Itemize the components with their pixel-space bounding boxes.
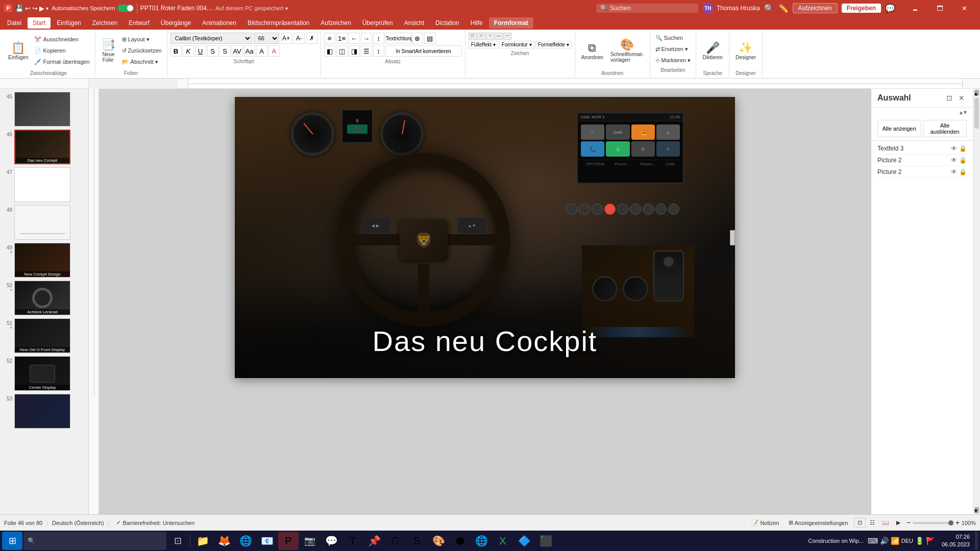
autosave-toggle-switch[interactable] xyxy=(117,5,134,12)
diktieren-button[interactable]: 🎤 Diktieren xyxy=(699,39,725,62)
shape-more[interactable]: ⋯ xyxy=(503,33,511,40)
slide-52[interactable]: 52 Center Display xyxy=(1,355,87,392)
flag-icon[interactable]: 🚩 xyxy=(926,537,935,545)
app-btn-12[interactable]: ⬛ xyxy=(535,532,556,550)
slide-45[interactable]: 45 xyxy=(1,91,87,128)
panel-close-btn[interactable]: ✕ xyxy=(957,93,967,103)
show-all-btn[interactable]: Alle anzeigen xyxy=(877,120,921,137)
menu-datei[interactable]: Datei xyxy=(2,17,27,29)
freigeben-button[interactable]: Freigeben xyxy=(842,4,881,13)
display-settings-btn[interactable]: ⊞ Anzeigeeinstellungen xyxy=(786,518,851,527)
char-space-btn[interactable]: AV xyxy=(232,45,243,57)
layout-button[interactable]: ⊞Layout ▾ xyxy=(120,34,164,44)
menu-uebergaenge[interactable]: Übergänge xyxy=(156,17,196,29)
menu-ueberpruefen[interactable]: Überprüfen xyxy=(357,17,398,29)
skype-btn[interactable]: S xyxy=(407,532,427,550)
kopieren-button[interactable]: 📄Kopieren xyxy=(32,45,91,56)
abschnitt-button[interactable]: 📂Abschnitt ▾ xyxy=(120,57,164,67)
neue-folie-button[interactable]: 📑 NeueFolie xyxy=(99,36,119,65)
visibility-icon-1[interactable]: 👁 xyxy=(951,157,957,164)
undo-icon[interactable]: ↩ xyxy=(25,5,31,12)
task-view-btn[interactable]: ⊡ xyxy=(167,532,188,550)
strikethrough-btn[interactable]: S xyxy=(207,45,218,57)
designer-button[interactable]: ✨ Designer xyxy=(732,39,759,62)
panel-item-picture2b[interactable]: Picture 2 👁 🔒 xyxy=(877,166,967,178)
ersetzen-button[interactable]: ⇄Ersetzen ▾ xyxy=(653,44,693,54)
normal-view-btn[interactable]: ⊡ xyxy=(854,518,866,528)
arrow-down-btn[interactable]: ▾ xyxy=(964,109,967,116)
app-btn-6[interactable]: 📌 xyxy=(364,532,384,550)
speaker-icon[interactable]: 🔊 xyxy=(880,537,889,545)
dropdown-icon[interactable]: ▾ xyxy=(46,6,48,11)
onenote-btn[interactable]: 🗒 xyxy=(385,532,406,550)
formeffekte-btn[interactable]: Formeffekte ▾ xyxy=(535,41,572,48)
browser-firefox-btn[interactable]: 🦊 xyxy=(214,532,234,550)
browser-chrome-btn[interactable]: 🌐 xyxy=(235,532,256,550)
align-left-btn[interactable]: ◧ xyxy=(324,45,335,57)
clock[interactable]: 07:26 06.05.2023 xyxy=(938,533,974,549)
search-taskbar-btn[interactable]: 🔍 xyxy=(23,532,166,550)
menu-aufzeichen[interactable]: Aufzeichen xyxy=(315,17,356,29)
presentation-icon[interactable]: ▶ xyxy=(39,5,44,12)
teams-btn[interactable]: T xyxy=(342,532,363,550)
schnellformat-button[interactable]: 🎨 Schnellformat-vorlagen xyxy=(607,36,646,65)
line-space-btn[interactable]: ↕ xyxy=(373,45,384,57)
camera-btn[interactable]: 📷 xyxy=(300,532,320,550)
notes-btn[interactable]: 📝 Notizen xyxy=(748,518,782,527)
mail-btn[interactable]: 📧 xyxy=(257,532,277,550)
slide-49[interactable]: 49* New Cockpit Design xyxy=(1,242,87,279)
list-num-btn[interactable]: 1≡ xyxy=(336,33,348,44)
comments-icon[interactable]: 💬 xyxy=(885,4,895,13)
bold-btn[interactable]: B xyxy=(170,45,182,57)
font-decrease-btn[interactable]: A- xyxy=(293,33,305,44)
clear-format-btn[interactable]: ✗ xyxy=(306,33,317,44)
menu-bildschirm[interactable]: Bildschirmpräsentation xyxy=(242,17,314,29)
visibility-icon-0[interactable]: 👁 xyxy=(951,145,957,152)
network-icon[interactable]: 📶 xyxy=(891,537,899,545)
shape-circle[interactable]: ○ xyxy=(477,33,485,40)
ausschneiden-button[interactable]: ✂️Ausschneiden xyxy=(32,34,91,44)
highlight-btn[interactable]: A xyxy=(256,45,267,57)
suchen-button[interactable]: 🔍Suchen xyxy=(653,33,693,43)
excel-btn[interactable]: X xyxy=(493,532,513,550)
panel-item-picture2a[interactable]: Picture 2 👁 🔒 xyxy=(877,155,967,166)
slide-50[interactable]: 50* Achteck Lenkrad xyxy=(1,280,87,316)
text-align-btn[interactable]: Textrichtung xyxy=(385,33,411,44)
menu-hilfe[interactable]: Hilfe xyxy=(465,17,488,29)
reading-view-btn[interactable]: 📖 xyxy=(879,518,892,528)
outline-view-btn[interactable]: ☷ xyxy=(867,518,878,528)
menu-dictation[interactable]: Dictation xyxy=(430,17,464,29)
keyboard-icon[interactable]: ⌨ xyxy=(868,537,878,545)
slideshow-view-btn[interactable]: ▶ xyxy=(893,518,903,528)
underline-btn[interactable]: U xyxy=(195,45,206,57)
restore-button[interactable]: 🗖 xyxy=(928,0,951,16)
markieren-button[interactable]: ⊹Markieren ▾ xyxy=(653,55,693,65)
menu-animationen[interactable]: Animationen xyxy=(197,17,241,29)
vertical-scrollbar[interactable]: ▴ ▾ xyxy=(973,89,980,514)
show-desktop-btn[interactable] xyxy=(975,532,978,550)
scroll-down-btn[interactable]: ▾ xyxy=(974,507,979,513)
list-bullet-btn[interactable]: ≡ xyxy=(324,33,335,44)
app-btn-9[interactable]: ⬢ xyxy=(450,532,470,550)
italic-btn[interactable]: K xyxy=(183,45,194,57)
shape-arrow[interactable]: → xyxy=(486,33,494,40)
slide-editor[interactable]: 0 ⬛ DAB- MÖR 2 11:45 ≡ DAB xyxy=(99,89,871,514)
menu-ansicht[interactable]: Ansicht xyxy=(399,17,429,29)
close-button[interactable]: ✕ xyxy=(952,0,976,16)
zoom-out-btn[interactable]: − xyxy=(906,519,911,527)
smartart-btn[interactable]: ⊕ xyxy=(412,33,423,44)
zoom-in-btn[interactable]: + xyxy=(955,519,960,527)
browser2-btn[interactable]: 🌐 xyxy=(471,532,492,550)
slide-46[interactable]: 46 Das neu Cockpit xyxy=(1,129,87,165)
powerpoint-btn[interactable]: P xyxy=(278,532,299,550)
panel-item-textfeld3[interactable]: Textfeld 3 👁 🔒 xyxy=(877,143,967,155)
arrow-up-btn[interactable]: ▴ xyxy=(960,109,963,116)
menu-start[interactable]: Start xyxy=(28,17,51,29)
align-center-btn[interactable]: ◫ xyxy=(336,45,348,57)
visibility-icon-2[interactable]: 👁 xyxy=(951,168,957,176)
hide-all-btn[interactable]: Alle ausblenden xyxy=(923,120,967,137)
font-size-select[interactable]: 66 xyxy=(254,33,279,44)
shadow-btn[interactable]: S xyxy=(219,45,231,57)
slide-title-text[interactable]: Das neu Cockpit xyxy=(235,324,735,358)
messenger-btn[interactable]: 💬 xyxy=(321,532,341,550)
